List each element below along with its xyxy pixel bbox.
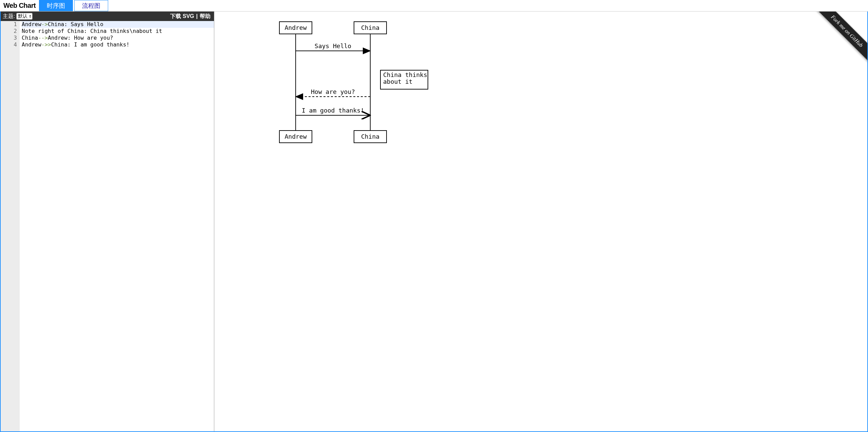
sequence-diagram: AndrewChinaAndrewChinaSays HelloChina th… <box>214 12 519 201</box>
editor-gutter: 1234 <box>1 21 20 431</box>
editor-line[interactable]: China-->Andrew: How are you? <box>22 35 214 41</box>
brand: Web Chart <box>0 0 39 11</box>
editor-line[interactable]: Andrew->>China: I am good thanks! <box>22 41 214 48</box>
svg-text:China thinks: China thinks <box>383 71 427 78</box>
editor-pane: 主题: 默认 下载 SVG | 帮助 1234 Andrew->China: S… <box>1 12 214 431</box>
main-split: 主题: 默认 下载 SVG | 帮助 1234 Andrew->China: S… <box>0 12 868 432</box>
message-label: How are you? <box>311 88 355 95</box>
editor-line[interactable]: Note right of China: China thinks\nabout… <box>22 28 214 35</box>
tab-sequence[interactable]: 时序图 <box>39 0 73 11</box>
help-link[interactable]: 帮助 <box>198 13 212 20</box>
editor-line[interactable]: Andrew->China: Says Hello <box>22 21 214 28</box>
editor-body[interactable]: 1234 Andrew->China: Says HelloNote right… <box>1 21 214 431</box>
github-ribbon[interactable]: Fork me on GitHub <box>814 12 867 64</box>
github-ribbon-wrap: Fork me on GitHub <box>800 12 867 79</box>
actor-label: Andrew <box>284 24 307 31</box>
svg-text:about it: about it <box>383 78 413 85</box>
actor-label: China <box>361 24 379 31</box>
tab-flow[interactable]: 流程图 <box>74 0 108 11</box>
toolbar-sep: | <box>196 13 198 19</box>
theme-select[interactable]: 默认 <box>16 13 33 20</box>
diagram-pane: AndrewChinaAndrewChinaSays HelloChina th… <box>214 12 867 431</box>
theme-label: 主题: <box>3 13 15 20</box>
message-label: I am good thanks! <box>302 107 364 114</box>
actor-label: China <box>361 133 379 140</box>
editor-code[interactable]: Andrew->China: Says HelloNote right of C… <box>20 21 214 431</box>
editor-toolbar: 主题: 默认 下载 SVG | 帮助 <box>1 12 214 21</box>
message-label: Says Hello <box>315 42 351 50</box>
actor-label: Andrew <box>284 133 307 140</box>
download-svg-link[interactable]: 下载 SVG <box>169 13 195 20</box>
top-nav: Web Chart 时序图 流程图 <box>0 0 868 12</box>
